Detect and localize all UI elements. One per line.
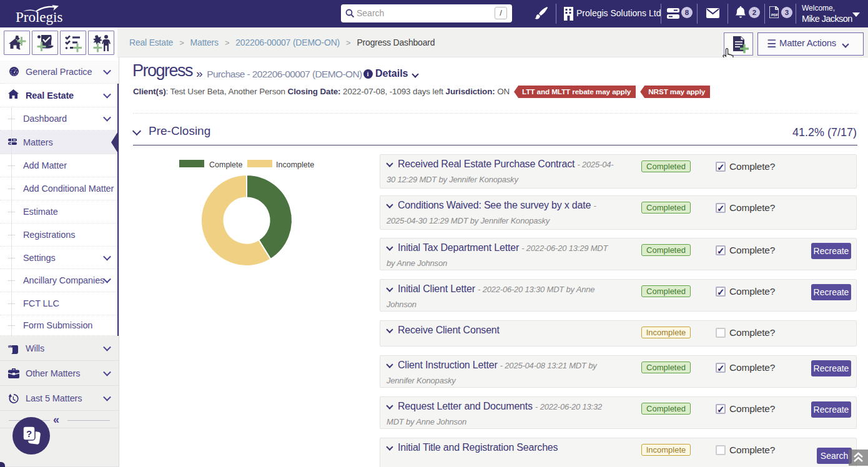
svg-text:PDF: PDF (771, 13, 779, 17)
svg-text:i: i (367, 71, 369, 77)
svg-text:?: ? (26, 428, 32, 439)
svg-text:Complete: Complete (209, 160, 243, 169)
svg-text:Incomplete: Incomplete (276, 160, 314, 169)
